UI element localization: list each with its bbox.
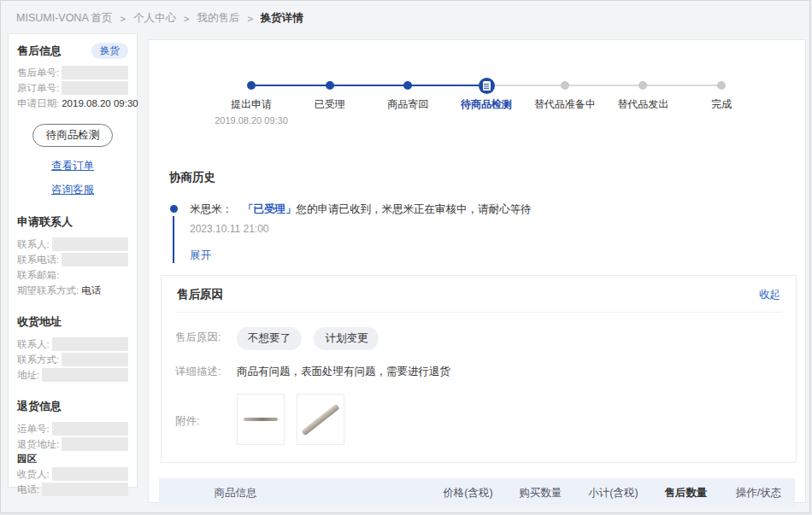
return-address-row: 退货地址: [17,437,128,451]
step-dot [638,81,647,90]
step-dot [247,81,256,90]
shipping-address-title: 收货地址 [17,314,128,330]
step-complete: 完成 [666,78,777,112]
header-price: 价格(含税) [432,486,504,500]
attachment-image-tool [301,403,339,436]
redacted-value [52,422,128,436]
header-action-status: 操作/状态 [722,486,795,500]
redacted-value [62,353,128,366]
aftersales-number-label: 售后单号: [17,67,59,79]
applicant-contact-title: 申请联系人 [17,214,128,230]
step-label: 完成 [666,97,777,112]
return-receiver-row: 收货人: [17,467,128,481]
redacted-value [52,237,128,251]
exchange-type-badge: 换货 [91,43,128,59]
receiver-name-row: 联系人: [17,337,128,351]
product-table-header: 商品信息 价格(含税) 购买数量 小计(含税) 售后数量 操作/状态 [159,478,795,508]
address-label: 地址: [17,369,39,382]
contact-service-link[interactable]: 咨询客服 [17,183,128,197]
attachment-label: 附件: [175,411,237,429]
sidebar-title: 售后信息 [17,44,62,59]
inspection-report-icon [479,78,495,94]
header-aftersales-qty: 售后数量 [650,486,722,500]
description-row: 详细描述: 商品有问题，表面处理有问题，需要进行退货 [175,365,782,379]
reason-row: 售后原因: 不想要了 计划变更 [175,327,782,350]
breadcrumb-separator: > [184,14,189,24]
address-row: 地址: [17,368,128,382]
reason-tag: 不想要了 [237,327,302,350]
redacted-value [62,253,128,266]
attachment-thumbnail[interactable] [297,394,344,445]
return-info-title: 退货信息 [17,399,128,414]
history-title: 协商历史 [169,170,785,185]
reason-title: 售后原因 [177,287,223,302]
apply-date-label: 申请日期: [17,97,59,110]
receiver-phone-row: 联系方式: [17,353,128,366]
contact-phone-label: 联系电话: [17,254,59,266]
reason-tag: 计划变更 [314,327,379,350]
collapse-link[interactable]: 收起 [759,288,780,302]
attachment-image-tool [244,418,278,421]
header-purchase-qty: 购买数量 [504,486,577,500]
step-dot [403,81,412,90]
aftersales-number-row: 售后单号: [17,66,128,79]
breadcrumb-separator: > [247,14,252,24]
attachment-row: 附件: [175,394,782,445]
step-dot [326,81,334,90]
description-label: 详细描述: [175,365,237,379]
history-status-highlight: 「已受理」 [243,203,297,215]
status-badge: 待商品检测 [32,124,114,147]
header-product-info: 商品信息 [215,486,257,500]
original-order-label: 原订单号: [17,82,59,95]
step-dot [717,81,726,90]
original-order-row: 原订单号: [17,81,128,95]
redacted-value [62,81,128,95]
breadcrumb: MISUMI-VONA 首页 > 个人中心 > 我的售后 > 换货详情 [16,11,303,26]
history-sender: 米思米： [190,202,232,217]
aftersales-reason-panel: 售后原因 收起 售后原因: 不想要了 计划变更 详细描述: 商品有问题，表面处理… [161,275,797,463]
waybill-label: 运单号: [17,423,50,436]
after-sales-detail-page: MISUMI-VONA 首页 > 个人中心 > 我的售后 > 换货详情 售后信息… [0,0,810,513]
history-item: 米思米： 「已受理」您的申请已收到，米思米正在审核中，请耐心等待 2023.10… [169,202,785,263]
waybill-row: 运单号: [17,422,128,436]
redacted-value [52,337,128,351]
return-phone-label: 电话: [17,483,39,496]
preferred-contact-label: 期望联系方式: [17,284,79,297]
main-panel: 提出申请 2019.08.20 09:30 已受理 商品寄回 待商品检测 替代品… [148,39,806,503]
breadcrumb-personal-center[interactable]: 个人中心 [133,11,176,26]
history-timestamp: 2023.10.11 21:00 [190,223,532,235]
redacted-value [62,66,128,79]
contact-email-label: 联系邮箱: [17,269,59,282]
receiver-phone-label: 联系方式: [17,354,59,366]
contact-name-label: 联系人: [17,238,50,251]
apply-date-value: 2019.08.20 09:30 [62,98,138,108]
history-timeline [169,202,178,263]
timeline-line [173,216,174,263]
apply-date-row: 申请日期: 2019.08.20 09:30 [17,97,128,110]
redacted-value [62,437,128,451]
redacted-value [52,467,128,481]
redacted-value [42,368,128,382]
breadcrumb-current-page: 换货详情 [261,11,303,26]
view-order-link[interactable]: 查看订单 [17,159,128,173]
attachment-thumbnail[interactable] [237,394,285,445]
return-address-label: 退货地址: [17,438,59,451]
return-address-park: 园区 [17,453,128,465]
negotiation-history-section: 协商历史 米思米： 「已受理」您的申请已收到，米思米正在审核中，请耐心等待 20… [169,170,785,263]
redacted-value [42,483,128,496]
return-phone-row: 电话: [17,483,128,496]
receiver-name-label: 联系人: [17,338,50,351]
step-date: 2019.08.20 09:30 [196,115,307,126]
breadcrumb-my-aftersales[interactable]: 我的售后 [197,11,239,26]
breadcrumb-home[interactable]: MISUMI-VONA 首页 [16,11,113,26]
aftersales-info-sidebar: 售后信息 换货 售后单号: 原订单号: 申请日期: 2019.08.20 09:… [8,33,138,488]
description-value: 商品有问题，表面处理有问题，需要进行退货 [237,365,450,379]
timeline-dot [170,205,178,213]
step-dot [561,81,569,90]
preferred-contact-value: 电话 [81,284,101,297]
contact-email-row: 联系邮箱: [17,268,128,282]
progress-steps: 提出申请 2019.08.20 09:30 已受理 商品寄回 待商品检测 替代品… [251,78,721,144]
expand-link[interactable]: 展开 [190,249,211,263]
reason-label: 售后原因: [175,327,237,345]
return-receiver-label: 收货人: [17,468,50,481]
